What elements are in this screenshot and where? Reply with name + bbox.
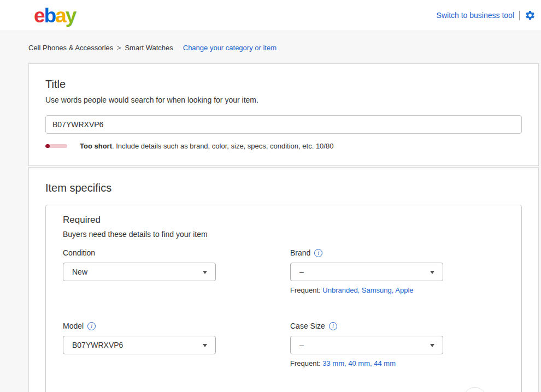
- validation-status: Too short: [80, 142, 112, 150]
- chevron-down-icon: [203, 344, 207, 347]
- frequent-option[interactable]: 33 mm: [322, 359, 344, 367]
- title-section-subtitle: Use words people would search for when l…: [45, 96, 522, 104]
- frequent-prefix: Frequent:: [290, 359, 321, 367]
- title-card: Title Use words people would search for …: [28, 63, 539, 166]
- title-length-meter-fill: [45, 144, 50, 148]
- switch-to-business-tool-link[interactable]: Switch to business tool: [437, 11, 514, 20]
- brand-dropdown[interactable]: –: [290, 263, 443, 281]
- field-model: Model B07YWRXVP6: [63, 321, 216, 367]
- chevron-down-icon: [430, 271, 434, 274]
- breadcrumb: Cell Phones & Accessories > Smart Watche…: [28, 44, 541, 52]
- field-brand: Brand – Frequent: Unbranded, Samsung, Ap…: [290, 248, 443, 294]
- chevron-down-icon: [430, 344, 434, 347]
- title-section-heading: Title: [45, 78, 522, 91]
- brand-value: –: [299, 268, 304, 276]
- specifics-fields-grid: Condition New Brand – Frequent:: [63, 248, 504, 392]
- required-specifics-box: Required Buyers need these details to fi…: [45, 205, 522, 392]
- condition-value: New: [72, 268, 87, 276]
- model-label: Model: [63, 322, 84, 330]
- title-validation-text: Too short. Include details such as brand…: [80, 142, 333, 150]
- gear-icon[interactable]: [525, 10, 536, 21]
- breadcrumb-subcategory[interactable]: Smart Watches: [125, 44, 173, 52]
- chevron-down-icon: [203, 271, 207, 274]
- title-length-meter: [45, 144, 67, 148]
- ebay-logo[interactable]: ebay: [34, 5, 75, 26]
- breadcrumb-separator: >: [117, 44, 121, 52]
- validation-message: . Include details such as brand, color, …: [112, 142, 314, 150]
- title-input[interactable]: [45, 115, 522, 134]
- brand-label: Brand: [290, 248, 310, 257]
- required-heading: Required: [63, 215, 504, 225]
- change-category-link[interactable]: Change your category or item: [183, 44, 277, 52]
- brand-frequent-row: Frequent: Unbranded, Samsung, Apple: [290, 286, 443, 294]
- model-value: B07YWRXVP6: [72, 341, 123, 349]
- frequent-prefix: Frequent:: [290, 286, 321, 294]
- title-validation: Too short. Include details such as brand…: [45, 142, 522, 150]
- condition-dropdown[interactable]: New: [63, 263, 216, 281]
- field-case-size: Case Size – Frequent: 33 mm, 40 mm, 44 m…: [290, 321, 443, 367]
- top-header: ebay Switch to business tool: [0, 0, 541, 31]
- info-icon[interactable]: [314, 249, 322, 257]
- logo-letter-e: e: [34, 4, 44, 27]
- logo-letter-y: y: [66, 4, 76, 27]
- item-specifics-heading: Item specifics: [45, 182, 522, 194]
- header-divider: [519, 11, 520, 20]
- case-size-label: Case Size: [290, 322, 325, 330]
- frequent-option[interactable]: Unbranded: [322, 286, 357, 294]
- case-size-value: –: [299, 341, 304, 349]
- info-icon[interactable]: [87, 322, 96, 330]
- condition-label: Condition: [63, 248, 95, 257]
- model-dropdown[interactable]: B07YWRXVP6: [63, 336, 216, 354]
- logo-letter-a: a: [55, 4, 66, 27]
- breadcrumb-category[interactable]: Cell Phones & Accessories: [28, 44, 113, 52]
- field-condition: Condition New: [63, 248, 216, 294]
- info-icon[interactable]: [329, 322, 337, 330]
- logo-letter-b: b: [44, 4, 56, 27]
- case-size-dropdown[interactable]: –: [290, 336, 443, 354]
- frequent-option[interactable]: Apple: [395, 286, 413, 294]
- frequent-option[interactable]: 40 mm: [348, 359, 370, 367]
- item-specifics-card: Item specifics Required Buyers need thes…: [28, 167, 539, 392]
- required-subtitle: Buyers need these details to find your i…: [63, 230, 504, 239]
- frequent-option[interactable]: Samsung: [362, 286, 392, 294]
- case-size-frequent-row: Frequent: 33 mm, 40 mm, 44 mm: [290, 359, 443, 367]
- frequent-option[interactable]: 44 mm: [374, 359, 396, 367]
- character-counter: 10/80: [316, 142, 334, 150]
